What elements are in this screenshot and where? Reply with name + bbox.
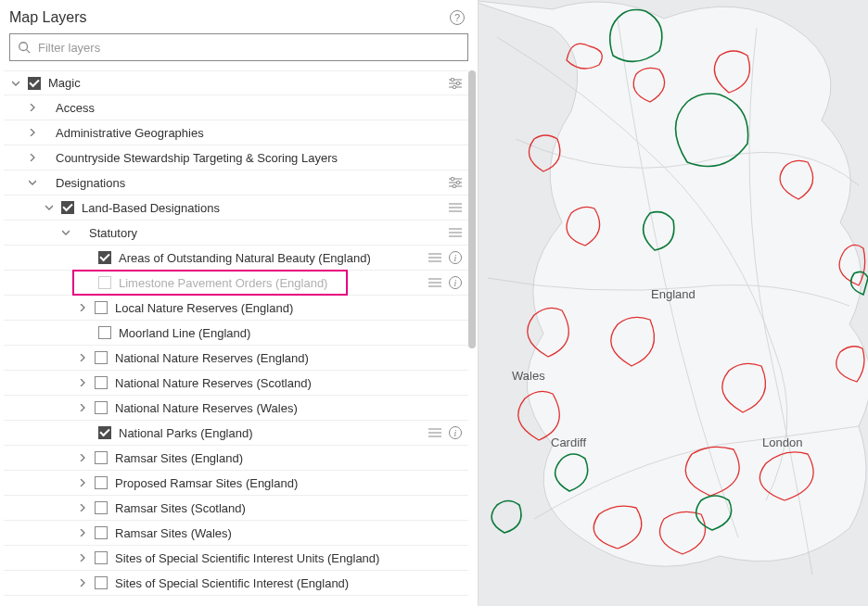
chevron-right-icon[interactable] <box>76 354 89 361</box>
layer-checkbox[interactable] <box>98 276 111 289</box>
layer-checkbox[interactable] <box>95 551 108 564</box>
layer-row[interactable]: National Nature Reserves (Scotland) <box>4 371 468 396</box>
map-svg <box>479 0 868 606</box>
tree-subgroup[interactable]: Land-Based Designations <box>4 196 468 221</box>
menu-icon[interactable] <box>428 428 442 437</box>
layer-label: Limestone Pavement Orders (England) <box>119 276 428 290</box>
layer-checkbox[interactable] <box>61 201 74 214</box>
scrollbar-thumb[interactable] <box>468 70 476 348</box>
group-label: Access <box>56 101 463 115</box>
layer-row[interactable]: Areas of Outstanding Natural Beauty (Eng… <box>4 246 468 271</box>
layer-checkbox[interactable] <box>95 451 108 464</box>
menu-icon[interactable] <box>448 228 463 237</box>
svg-point-3 <box>451 78 454 82</box>
chevron-down-icon[interactable] <box>9 80 22 87</box>
filter-input[interactable] <box>31 41 460 55</box>
chevron-right-icon[interactable] <box>76 554 89 562</box>
sliders-icon[interactable] <box>448 177 463 188</box>
layer-checkbox[interactable] <box>95 526 108 539</box>
layer-row[interactable]: Ramsar Sites (England) <box>4 446 468 471</box>
info-icon[interactable]: i <box>448 426 463 439</box>
panel-title: Map Layers <box>9 9 87 26</box>
layer-checkbox[interactable] <box>98 326 111 339</box>
layer-tree: MagicAccessAdministrative GeographiesCou… <box>0 70 478 606</box>
layer-checkbox[interactable] <box>95 376 108 389</box>
menu-icon[interactable] <box>428 253 442 262</box>
layer-label: National Parks (England) <box>119 426 428 440</box>
svg-line-1 <box>27 50 31 54</box>
layer-checkbox[interactable] <box>95 351 108 364</box>
layer-row[interactable]: Local Nature Reserves (England) <box>4 296 468 321</box>
chevron-right-icon[interactable] <box>26 104 39 111</box>
chevron-down-icon[interactable] <box>59 229 72 236</box>
map-canvas[interactable]: EnglandWalesCardiffLondon <box>479 0 868 606</box>
layer-label: Ramsar Sites (Scotland) <box>115 501 463 515</box>
root-label: Magic <box>48 76 448 90</box>
chevron-right-icon[interactable] <box>26 129 39 136</box>
info-icon[interactable]: i <box>448 276 463 289</box>
layer-checkbox[interactable] <box>95 501 108 514</box>
tree-group[interactable]: Countryside Stewardship Targeting & Scor… <box>4 145 468 170</box>
layer-row[interactable]: National Parks (England)i <box>4 421 468 446</box>
layer-checkbox[interactable] <box>98 251 111 264</box>
sliders-icon[interactable] <box>448 78 463 89</box>
layer-label: National Nature Reserves (Scotland) <box>115 376 463 390</box>
chevron-right-icon[interactable] <box>76 479 89 486</box>
group-label: Designations <box>56 176 448 190</box>
menu-icon[interactable] <box>448 203 463 212</box>
search-row <box>0 33 478 70</box>
layer-row[interactable]: Ramsar Sites (Wales) <box>4 521 468 546</box>
layer-row[interactable]: Sites of Special Scientific Interest (En… <box>4 571 468 596</box>
layer-row[interactable]: Ramsar Sites (Scotland) <box>4 496 468 521</box>
layer-label: Ramsar Sites (England) <box>115 451 463 465</box>
layer-row[interactable]: Proposed Ramsar Sites (England) <box>4 471 468 496</box>
chevron-right-icon[interactable] <box>76 454 89 461</box>
chevron-right-icon[interactable] <box>26 154 39 161</box>
chevron-right-icon[interactable] <box>76 529 89 537</box>
chevron-right-icon[interactable] <box>76 504 89 511</box>
layer-row[interactable]: Sites of Special Scientific Interest Uni… <box>4 546 468 571</box>
layer-checkbox[interactable] <box>95 401 108 414</box>
chevron-down-icon[interactable] <box>26 179 39 186</box>
group-label: Administrative Geographies <box>56 126 463 140</box>
layer-checkbox[interactable] <box>95 576 108 589</box>
layer-row[interactable]: National Nature Reserves (England) <box>4 346 468 371</box>
layer-label: Proposed Ramsar Sites (England) <box>115 476 463 490</box>
info-icon[interactable]: i <box>448 251 463 264</box>
layer-checkbox[interactable] <box>95 476 108 489</box>
search-icon <box>18 41 31 54</box>
layer-label: Moorland Line (England) <box>119 326 463 340</box>
layer-label: Local Nature Reserves (England) <box>115 301 463 315</box>
scrollbar[interactable] <box>468 70 476 602</box>
svg-point-0 <box>19 43 28 51</box>
layer-label: Ramsar Sites (Wales) <box>115 526 463 540</box>
tree-subgroup[interactable]: Statutory <box>4 221 468 246</box>
search-box[interactable] <box>9 33 468 61</box>
layer-checkbox[interactable] <box>98 426 111 439</box>
svg-point-13 <box>453 184 456 188</box>
svg-point-11 <box>456 181 460 184</box>
chevron-down-icon[interactable] <box>43 204 56 211</box>
layer-checkbox[interactable] <box>95 301 108 314</box>
layer-label: Sites of Special Scientific Interest (En… <box>115 576 463 590</box>
layer-label: National Nature Reserves (England) <box>115 351 463 365</box>
svg-point-9 <box>451 177 454 181</box>
layer-row[interactable]: National Nature Reserves (Wales) <box>4 396 468 421</box>
layer-label: National Nature Reserves (Wales) <box>115 401 463 415</box>
layer-checkbox[interactable] <box>28 77 41 90</box>
help-icon[interactable]: ? <box>450 10 465 25</box>
chevron-right-icon[interactable] <box>76 404 89 411</box>
layers-panel: Map Layers ? MagicAccessAdministrative G… <box>0 0 479 606</box>
chevron-right-icon[interactable] <box>76 579 89 587</box>
layer-row[interactable]: Moorland Line (England) <box>4 321 468 346</box>
chevron-right-icon[interactable] <box>76 304 89 311</box>
group-label: Countryside Stewardship Targeting & Scor… <box>56 151 463 165</box>
menu-icon[interactable] <box>428 278 442 287</box>
tree-group[interactable]: Administrative Geographies <box>4 120 468 145</box>
tree-root[interactable]: Magic <box>4 70 468 95</box>
tree-group[interactable]: Designations <box>4 170 468 196</box>
subgroup-label: Statutory <box>89 226 448 240</box>
layer-row[interactable]: Limestone Pavement Orders (England)i <box>4 271 468 296</box>
chevron-right-icon[interactable] <box>76 379 89 386</box>
tree-group[interactable]: Access <box>4 95 468 120</box>
